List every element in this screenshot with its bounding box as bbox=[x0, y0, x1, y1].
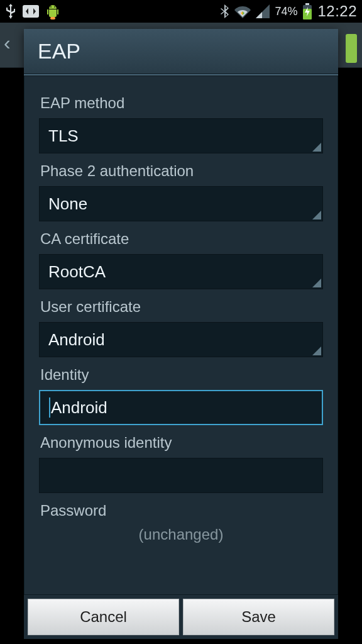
input-identity-value: Android bbox=[51, 398, 107, 418]
dropdown-phase2-value: None bbox=[48, 194, 87, 214]
dialog-body[interactable]: EAP method TLS Phase 2 authentication No… bbox=[24, 75, 338, 594]
dialog-button-row: Cancel Save bbox=[24, 594, 338, 639]
label-eap-method: EAP method bbox=[40, 94, 322, 112]
wifi-icon bbox=[234, 4, 251, 18]
label-anon-id: Anonymous identity bbox=[40, 434, 322, 452]
dropdown-phase2[interactable]: None bbox=[39, 186, 323, 221]
svg-rect-3 bbox=[50, 17, 55, 19]
text-cursor bbox=[49, 397, 50, 418]
spinner-indicator-icon bbox=[312, 211, 321, 219]
svg-rect-0 bbox=[23, 5, 39, 18]
back-icon: ‹ bbox=[4, 31, 11, 55]
sync-icon bbox=[23, 4, 39, 19]
dropdown-ca-cert-value: RootCA bbox=[48, 262, 106, 282]
usb-icon bbox=[5, 4, 16, 19]
cancel-button[interactable]: Cancel bbox=[28, 599, 179, 635]
status-left-group bbox=[5, 3, 60, 19]
input-password-placeholder[interactable]: (unchanged) bbox=[39, 526, 323, 543]
bluetooth-icon bbox=[221, 4, 229, 18]
label-user-cert: User certificate bbox=[40, 298, 322, 316]
save-button[interactable]: Save bbox=[183, 599, 334, 635]
signal-icon bbox=[256, 4, 270, 18]
label-phase2: Phase 2 authentication bbox=[40, 162, 322, 180]
battery-percent: 74% bbox=[275, 5, 297, 18]
dropdown-ca-cert[interactable]: RootCA bbox=[39, 254, 323, 289]
battery-charging-icon bbox=[302, 3, 312, 19]
eap-dialog: EAP EAP method TLS Phase 2 authenticatio… bbox=[24, 29, 338, 639]
status-bar: 74% 12:22 bbox=[0, 0, 362, 23]
dropdown-user-cert[interactable]: Android bbox=[39, 322, 323, 357]
background-accent bbox=[346, 34, 357, 63]
dropdown-user-cert-value: Android bbox=[48, 330, 105, 350]
dropdown-eap-method-value: TLS bbox=[48, 126, 79, 146]
input-anon-id[interactable] bbox=[39, 458, 323, 493]
dialog-title: EAP bbox=[24, 29, 338, 74]
android-icon bbox=[45, 3, 60, 19]
svg-point-1 bbox=[50, 6, 52, 8]
label-identity: Identity bbox=[40, 366, 322, 384]
input-identity[interactable]: Android bbox=[39, 390, 323, 425]
svg-point-2 bbox=[54, 6, 55, 8]
spinner-indicator-icon bbox=[312, 143, 321, 152]
status-clock: 12:22 bbox=[317, 3, 357, 20]
spinner-indicator-icon bbox=[312, 279, 321, 287]
dropdown-eap-method[interactable]: TLS bbox=[39, 118, 323, 153]
spinner-indicator-icon bbox=[312, 347, 321, 355]
svg-rect-4 bbox=[305, 3, 309, 5]
status-right-group: 74% 12:22 bbox=[221, 3, 357, 20]
label-ca-cert: CA certificate bbox=[40, 230, 322, 248]
label-password: Password bbox=[40, 502, 322, 519]
